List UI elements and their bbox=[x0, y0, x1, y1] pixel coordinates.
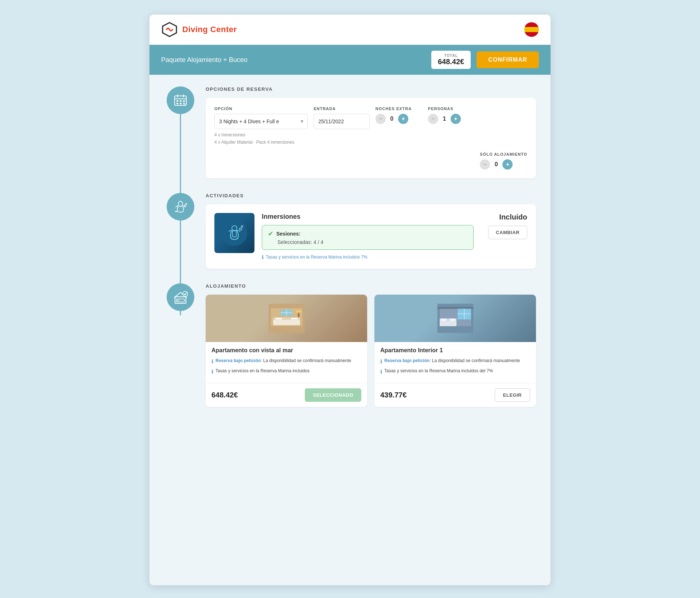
activity-title: Inmersiones bbox=[262, 213, 474, 221]
svg-point-15 bbox=[222, 220, 247, 246]
seleccionado-button[interactable]: SELECCIONADO bbox=[305, 388, 361, 402]
step-content-alojamiento: ALOJAMIENTO bbox=[206, 283, 536, 407]
info-icon-blue-tax-1: ℹ bbox=[211, 368, 213, 376]
interior-room-icon bbox=[437, 304, 474, 333]
subheader: Paquete Alojamiento + Buceo TOTAL 648.42… bbox=[149, 45, 551, 75]
opcion-field: OPCIÓN 3 Nights + 4 Dives + Full e 2 Nig… bbox=[214, 106, 308, 146]
section-title-actividades: ACTIVIDADES bbox=[206, 193, 536, 198]
activity-info-text: Tasas y servicios en la Reserva Marina i… bbox=[266, 255, 368, 260]
aloj-title-2: Apartamento Interior 1 bbox=[380, 347, 530, 354]
solo-alojamiento-minus-button[interactable]: − bbox=[480, 159, 490, 170]
svg-rect-42 bbox=[441, 319, 446, 321]
activity-action: Incluido CAMBIAR bbox=[481, 213, 527, 239]
svg-rect-7 bbox=[183, 100, 185, 102]
noches-extra-minus-button[interactable]: − bbox=[376, 114, 386, 124]
entrada-field: ENTRADA bbox=[314, 106, 370, 129]
info-icon: ℹ bbox=[262, 254, 264, 260]
sub-info-line-1: 4 x Inmersiones bbox=[214, 131, 308, 139]
opcion-select[interactable]: 3 Nights + 4 Dives + Full e 2 Nights + 2… bbox=[214, 114, 308, 129]
solo-alojamiento-counter: − 0 + bbox=[480, 159, 527, 170]
svg-rect-22 bbox=[176, 299, 179, 302]
svg-rect-44 bbox=[437, 307, 473, 309]
noches-extra-label: NOCHES EXTRA bbox=[376, 106, 422, 111]
reserva-grid: OPCIÓN 3 Nights + 4 Dives + Full e 2 Nig… bbox=[214, 106, 527, 146]
sub-info-line-2: 4 x Alquiler Material · Pack 4 inmersion… bbox=[214, 139, 308, 146]
aloj-footer-2: 439.77€ ELEGIR bbox=[374, 383, 536, 407]
solo-alojamiento-value: 0 bbox=[493, 161, 499, 168]
check-icon: ✔ bbox=[268, 230, 273, 238]
aloj-tax-row-1: ℹ Tasas y servicios en la Reserva Marina… bbox=[211, 368, 361, 376]
noches-extra-field: NOCHES EXTRA − 0 + bbox=[376, 106, 422, 124]
activity-body: Inmersiones ✔ Sesiones: Seleccionadas: 4… bbox=[254, 213, 481, 260]
aloj-body-2: Apartamento Interior 1 ℹ Reserva bajo pe… bbox=[374, 342, 536, 383]
info-icon-blue-1: ℹ bbox=[211, 358, 213, 365]
diver-image-icon bbox=[222, 220, 247, 246]
room-sea-icon bbox=[268, 304, 305, 333]
session-box: ✔ Sesiones: Seleccionadas: 4 / 4 bbox=[262, 225, 474, 250]
info-icon-blue-2: ℹ bbox=[380, 358, 382, 365]
info-icon-blue-tax-2: ℹ bbox=[380, 368, 382, 376]
elegir-button[interactable]: ELEGIR bbox=[495, 388, 530, 402]
opcion-select-wrapper: 3 Nights + 4 Dives + Full e 2 Nights + 2… bbox=[214, 114, 308, 129]
logo-area: Diving Center bbox=[161, 21, 237, 38]
section-title-alojamiento: ALOJAMIENTO bbox=[206, 283, 536, 289]
aloj-reservation-text-2: Reserva bajo petición: La disponibilidad… bbox=[384, 357, 520, 364]
svg-rect-43 bbox=[450, 319, 455, 321]
step-actividades: ACTIVIDADES bbox=[164, 193, 536, 269]
confirm-button[interactable]: CONFIRMAR bbox=[477, 51, 539, 68]
entrada-input[interactable] bbox=[314, 114, 370, 129]
app-container: Diving Center Paquete Alojamiento + Buce… bbox=[149, 15, 551, 585]
alojamiento-grid: Apartamento con vista al mar ℹ Reserva b… bbox=[206, 295, 536, 407]
aloj-image-1 bbox=[206, 295, 367, 342]
aloj-reservation-row-1: ℹ Reserva bajo petición: La disponibilid… bbox=[211, 357, 361, 365]
total-label: TOTAL bbox=[438, 54, 464, 58]
reserva-card: OPCIÓN 3 Nights + 4 Dives + Full e 2 Nig… bbox=[206, 98, 536, 178]
logo-icon bbox=[161, 21, 178, 38]
svg-rect-8 bbox=[176, 103, 178, 104]
session-row: ✔ Sesiones: bbox=[268, 230, 467, 238]
step-content-reserva: OPCIONES DE RESERVA OPCIÓN 3 Nights + 4 … bbox=[206, 86, 536, 178]
step-content-actividades: ACTIVIDADES bbox=[206, 193, 536, 269]
solo-alojamiento-row: SÓLO ALOJAMIENTO − 0 + bbox=[214, 152, 527, 170]
activity-info-row: ℹ Tasas y servicios en la Reserva Marina… bbox=[262, 254, 474, 260]
total-box: TOTAL 648.42€ bbox=[431, 51, 471, 69]
svg-rect-6 bbox=[180, 100, 182, 102]
calendar-icon bbox=[173, 93, 188, 108]
section-title-reserva: OPCIONES DE RESERVA bbox=[206, 86, 536, 92]
aloj-card-2: Apartamento Interior 1 ℹ Reserva bajo pe… bbox=[374, 295, 536, 407]
aloj-image-2 bbox=[374, 295, 536, 342]
svg-point-13 bbox=[184, 205, 186, 206]
solo-alojamiento-label: SÓLO ALOJAMIENTO bbox=[480, 152, 527, 156]
personas-counter: − 1 + bbox=[428, 114, 475, 124]
aloj-reservation-text-1: Reserva bajo petición: La disponibilidad… bbox=[215, 357, 351, 364]
diving-icon bbox=[173, 199, 188, 214]
noches-extra-counter: − 0 + bbox=[376, 114, 422, 124]
entrada-label: ENTRADA bbox=[314, 106, 370, 111]
sub-info: 4 x Inmersiones 4 x Alquiler Material · … bbox=[214, 131, 308, 146]
aloj-tax-row-2: ℹ Tasas y servicios en la Reserva Marina… bbox=[380, 368, 530, 376]
aloj-tax-text-1: Tasas y servicios en la Reserva Marina i… bbox=[215, 368, 310, 374]
svg-rect-29 bbox=[291, 318, 298, 319]
cambiar-button[interactable]: CAMBIAR bbox=[488, 226, 527, 239]
aloj-title-1: Apartamento con vista al mar bbox=[211, 347, 361, 354]
aloj-card-1: Apartamento con vista al mar ℹ Reserva b… bbox=[206, 295, 367, 407]
personas-minus-button[interactable]: − bbox=[428, 114, 438, 124]
svg-point-34 bbox=[296, 310, 301, 313]
actividades-card: Inmersiones ✔ Sesiones: Seleccionadas: 4… bbox=[206, 204, 536, 269]
header: Diving Center bbox=[149, 15, 551, 45]
main-content: OPCIONES DE RESERVA OPCIÓN 3 Nights + 4 … bbox=[149, 75, 551, 585]
accommodation-icon bbox=[173, 290, 188, 305]
personas-label: PERSONAS bbox=[428, 106, 475, 111]
noches-extra-plus-button[interactable]: + bbox=[398, 114, 408, 124]
step-icon-col-reserva bbox=[164, 86, 197, 114]
noches-extra-value: 0 bbox=[389, 116, 395, 122]
incluido-label: Incluido bbox=[499, 213, 527, 221]
subheader-right: TOTAL 648.42€ CONFIRMAR bbox=[431, 51, 539, 69]
svg-point-12 bbox=[178, 201, 183, 206]
svg-point-14 bbox=[186, 203, 187, 204]
activity-image bbox=[214, 213, 254, 253]
personas-plus-button[interactable]: + bbox=[451, 114, 461, 124]
step-icon-col-alojamiento bbox=[164, 283, 197, 311]
solo-alojamiento-plus-button[interactable]: + bbox=[502, 159, 513, 170]
step-circle-actividades bbox=[167, 193, 194, 221]
